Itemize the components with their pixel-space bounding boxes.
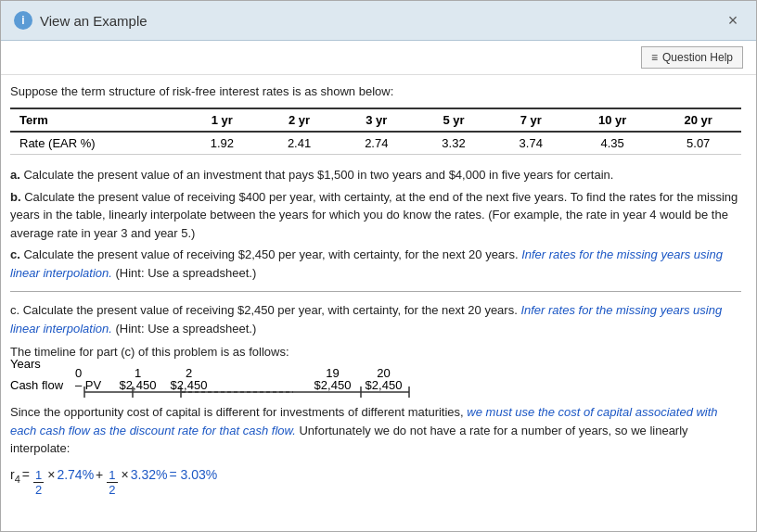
para-start: Since the opportunity cost of capital is… (10, 405, 464, 419)
table-row: Rate (EAR %) 1.92 2.41 2.74 3.32 3.74 4.… (10, 132, 741, 155)
questions-block: a. Calculate the present value of an inv… (10, 166, 741, 282)
rate-2yr: 2.41 (261, 132, 338, 155)
fraction-1-num: 1 (33, 468, 44, 484)
part-c-text: c. Calculate the present value of receiv… (10, 246, 741, 282)
formula-mult1: × (47, 467, 55, 482)
rate-7yr: 3.74 (493, 132, 570, 155)
formula-plus: + (96, 467, 103, 482)
formula-equals: = (22, 467, 30, 482)
formula-r: r4 (10, 467, 20, 485)
interpolation-paragraph: Since the opportunity cost of capital is… (10, 403, 741, 458)
part-a-text: a. Calculate the present value of an inv… (10, 166, 741, 184)
fraction-2-den: 2 (107, 483, 117, 498)
formula-block: r4 = 1 2 × 2.74% + 1 2 × 3.32% = 3.03% (10, 467, 741, 498)
col-header-7yr: 7 yr (493, 108, 570, 132)
part-c-detail-hint: (Hint: Use a spreadsheet.) (115, 322, 256, 336)
part-c-label: c. (10, 247, 20, 261)
section-divider (10, 291, 741, 292)
question-help-bar: ≡ Question Help (1, 41, 756, 75)
part-a-label: a. (10, 168, 20, 182)
question-help-icon: ≡ (651, 51, 658, 64)
question-help-label: Question Help (662, 51, 733, 64)
years-axis-label: Years (10, 357, 75, 371)
part-b-label: b. (10, 190, 21, 204)
rate-table: Term 1 yr 2 yr 3 yr 5 yr 7 yr 10 yr 20 y… (10, 108, 741, 155)
fraction-1: 1 2 (33, 468, 44, 498)
info-icon: i (14, 11, 32, 30)
modal-header: i View an Example × (1, 1, 756, 41)
formula-subscript: 4 (15, 473, 20, 484)
question-help-button[interactable]: ≡ Question Help (641, 46, 743, 69)
rate-1yr: 1.92 (184, 132, 261, 155)
cf-year2: $2,450 (163, 378, 214, 392)
part-b-text: b. Calculate the present value of receiv… (10, 188, 741, 243)
cf-year1: $2,450 (112, 378, 163, 392)
part-c-detail: c. Calculate the present value of receiv… (10, 301, 741, 337)
modal-body[interactable]: Suppose the term structure of risk-free … (1, 75, 756, 531)
formula-val1: 2.74% (57, 467, 94, 482)
part-c-hint: (Hint: Use a spreadsheet.) (115, 266, 256, 280)
part-c-content: Calculate the present value of receiving… (23, 247, 518, 261)
fraction-1-den: 2 (33, 483, 44, 498)
rate-3yr: 2.74 (338, 132, 415, 155)
formula-result: = 3.03% (169, 467, 217, 482)
intro-text: Suppose the term structure of risk-free … (10, 84, 741, 98)
col-header-3yr: 3 yr (338, 108, 415, 132)
cf-pv: – PV (75, 378, 112, 392)
col-header-term: Term (10, 108, 184, 132)
row-label: Rate (EAR %) (10, 132, 184, 155)
part-c-detail-text: c. Calculate the present value of receiv… (10, 303, 518, 317)
col-header-10yr: 10 yr (570, 108, 656, 132)
cashflow-row: Cash flow – PV $2,450 $2,450 $2,450 $2,4… (10, 378, 741, 392)
rate-20yr: 5.07 (655, 132, 741, 155)
cashflow-axis-label: Cash flow (10, 378, 75, 392)
part-b-content: Calculate the present value of receiving… (10, 190, 738, 240)
rate-5yr: 3.32 (415, 132, 492, 155)
col-header-1yr: 1 yr (184, 108, 261, 132)
modal-window: i View an Example × ≡ Question Help Supp… (0, 0, 757, 532)
timeline-container: 0 1 2 19 20 (10, 366, 741, 392)
cf-year19: $2,450 (307, 378, 358, 392)
close-button[interactable]: × (723, 10, 743, 31)
fraction-2-num: 1 (107, 468, 117, 484)
part-a-content: Calculate the present value of an invest… (23, 168, 613, 182)
col-header-20yr: 20 yr (655, 108, 741, 132)
fraction-2: 1 2 (107, 468, 117, 498)
col-header-5yr: 5 yr (415, 108, 492, 132)
header-left: i View an Example (14, 11, 148, 30)
modal-title: View an Example (40, 13, 148, 29)
formula-mult2: × (122, 467, 129, 482)
formula-val2: 3.32% (131, 467, 168, 482)
rate-10yr: 4.35 (570, 132, 656, 155)
col-header-2yr: 2 yr (261, 108, 338, 132)
cf-year20: $2,450 (358, 378, 409, 392)
